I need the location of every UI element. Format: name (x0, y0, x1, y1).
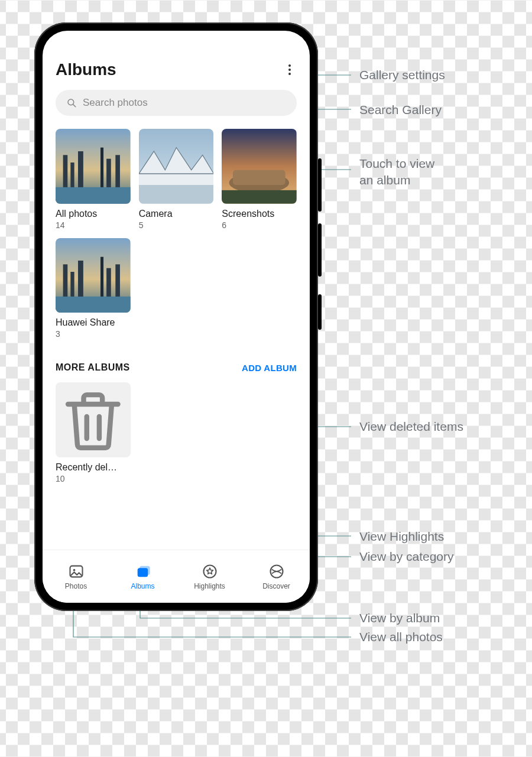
dots-icon (288, 64, 291, 67)
svg-rect-37 (115, 264, 120, 298)
search-icon (66, 98, 77, 108)
nav-highlights[interactable]: Highlights (176, 550, 243, 603)
more-albums-header: MORE ALBUMS ADD ALBUM (56, 362, 297, 373)
album-name: Recently del… (56, 462, 131, 473)
svg-rect-29 (233, 170, 286, 185)
album-count: 6 (222, 220, 297, 230)
callout-highlights: View Highlights (359, 528, 444, 545)
svg-point-43 (203, 565, 216, 577)
album-count: 10 (56, 474, 131, 483)
bottom-nav: Photos Albums Highlights (43, 550, 310, 603)
svg-rect-36 (106, 268, 111, 298)
nav-discover[interactable]: Discover (243, 550, 310, 603)
svg-rect-17 (70, 163, 74, 189)
svg-rect-42 (140, 566, 150, 574)
trash-icon (56, 382, 131, 457)
svg-rect-26 (139, 185, 214, 204)
star-circle-icon (202, 563, 218, 580)
header: Albums (56, 60, 297, 79)
album-count: 14 (56, 220, 131, 230)
album-camera[interactable]: Camera 5 (139, 129, 214, 230)
album-name: Screenshots (222, 209, 297, 219)
album-name: All photos (56, 209, 131, 219)
discover-icon (268, 563, 285, 580)
screen: Albums Search photos (43, 31, 310, 603)
nav-label: Discover (262, 582, 290, 590)
album-count: 5 (139, 220, 214, 230)
diagram-stage: Gallery settings Search Gallery Touch to… (0, 0, 532, 757)
svg-rect-19 (100, 148, 103, 189)
more-albums-grid: Recently del… 10 (56, 382, 297, 483)
svg-rect-20 (106, 159, 111, 189)
album-thumb (222, 129, 297, 204)
svg-rect-35 (100, 256, 103, 298)
more-menu-button[interactable] (283, 63, 297, 77)
svg-rect-18 (78, 151, 83, 189)
album-screenshots[interactable]: Screenshots 6 (222, 129, 297, 230)
callout-category: View by category (359, 548, 454, 565)
svg-rect-22 (56, 187, 131, 204)
svg-line-14 (73, 105, 76, 107)
nav-label: Highlights (194, 582, 225, 590)
photo-icon (68, 563, 85, 580)
svg-rect-21 (115, 155, 120, 189)
svg-rect-39 (70, 566, 82, 577)
album-name: Camera (139, 209, 214, 219)
albums-icon (135, 563, 151, 580)
albums-grid: All photos 14 Camera (56, 129, 297, 339)
page-title: Albums (56, 60, 116, 79)
svg-rect-32 (63, 264, 68, 298)
album-recently-deleted[interactable]: Recently del… 10 (56, 382, 131, 483)
svg-rect-16 (63, 155, 68, 189)
album-thumb (56, 238, 131, 313)
callout-all-photos: View all photos (359, 629, 443, 645)
callout-album: Touch to view an album (359, 155, 434, 189)
callout-deleted: View deleted items (359, 418, 463, 435)
svg-rect-34 (78, 261, 83, 298)
album-huawei-share[interactable]: Huawei Share 3 (56, 238, 131, 339)
nav-label: Photos (65, 582, 87, 590)
more-albums-heading: MORE ALBUMS (56, 362, 130, 373)
callout-search: Search Gallery (359, 102, 442, 118)
search-placeholder: Search photos (83, 97, 148, 109)
svg-rect-30 (222, 190, 297, 204)
svg-point-40 (73, 568, 75, 571)
nav-photos[interactable]: Photos (43, 550, 109, 603)
phone-frame: Albums Search photos (34, 22, 318, 611)
search-input[interactable]: Search photos (56, 90, 297, 116)
svg-rect-33 (70, 272, 74, 298)
nav-label: Albums (131, 582, 154, 590)
album-name: Huawei Share (56, 317, 131, 328)
album-thumb (139, 129, 214, 204)
album-thumb (56, 129, 131, 204)
album-all-photos[interactable]: All photos 14 (56, 129, 131, 230)
nav-albums[interactable]: Albums (109, 550, 176, 603)
callout-by-album: View by album (359, 610, 440, 626)
callout-settings: Gallery settings (359, 67, 445, 83)
album-count: 3 (56, 329, 131, 339)
svg-rect-38 (56, 296, 131, 313)
add-album-button[interactable]: ADD ALBUM (242, 363, 297, 373)
